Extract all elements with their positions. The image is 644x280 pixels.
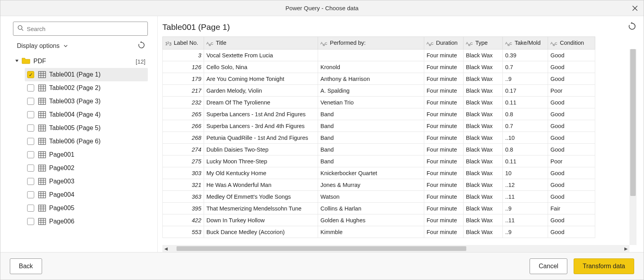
- table-row[interactable]: 553Buck Dance Medley (Accorion)KimmbleFo…: [163, 226, 595, 238]
- cell[interactable]: Good: [548, 191, 595, 203]
- cell[interactable]: Good: [548, 73, 595, 85]
- cell[interactable]: 363: [163, 191, 204, 203]
- cell[interactable]: Dream Of The Tyrolienne: [204, 97, 318, 108]
- column-header[interactable]: ABCTake/Mold: [503, 37, 548, 49]
- cell[interactable]: Cello Solo, Nina: [204, 61, 318, 73]
- display-options[interactable]: Display options: [17, 41, 148, 51]
- horizontal-scrollbar[interactable]: ◀ ▶: [162, 245, 629, 252]
- vertical-scrollbar[interactable]: [629, 49, 637, 245]
- table-row[interactable]: 266Superba Lancers - 3rd And 4th Figures…: [163, 120, 595, 132]
- cell[interactable]: 10: [503, 167, 548, 179]
- cell[interactable]: Black Wax: [464, 73, 503, 85]
- sidebar-item-table001-page-1-[interactable]: Table001 (Page 1): [25, 68, 148, 81]
- cell[interactable]: Kronold: [318, 61, 424, 73]
- checkbox[interactable]: [27, 165, 34, 172]
- sidebar-item-page005[interactable]: Page005: [25, 201, 148, 215]
- cell[interactable]: Black Wax: [464, 49, 503, 61]
- cell[interactable]: 266: [163, 120, 204, 132]
- cell[interactable]: 217: [163, 85, 204, 97]
- cell[interactable]: Four minute: [424, 144, 464, 156]
- sidebar-item-table005-page-5-[interactable]: Table005 (Page 5): [25, 121, 148, 135]
- cell[interactable]: Kimmble: [318, 226, 424, 238]
- cell[interactable]: Petunia QuadRille - 1st And 2nd Figures: [204, 132, 318, 144]
- sidebar-item-table006-page-6-[interactable]: Table006 (Page 6): [25, 135, 148, 148]
- cell[interactable]: Band: [318, 120, 424, 132]
- scroll-right-icon[interactable]: ▶: [622, 245, 629, 252]
- cell[interactable]: Four minute: [424, 85, 464, 97]
- table-row[interactable]: 268Petunia QuadRille - 1st And 2nd Figur…: [163, 132, 595, 144]
- cell[interactable]: Buck Dance Medley (Accorion): [204, 226, 318, 238]
- column-header[interactable]: ABCType: [464, 37, 503, 49]
- sidebar-item-page006[interactable]: Page006: [25, 215, 148, 228]
- cell[interactable]: Superba Lancers - 1st And 2nd Figures: [204, 108, 318, 120]
- cell[interactable]: Four minute: [424, 108, 464, 120]
- cell[interactable]: 422: [163, 214, 204, 226]
- cell[interactable]: He Was A Wonderful Man: [204, 179, 318, 191]
- column-header[interactable]: ABCDuration: [424, 37, 464, 49]
- checkbox[interactable]: [27, 151, 34, 158]
- cell[interactable]: Band: [318, 108, 424, 120]
- table-row[interactable]: 274Dublin Daisies Two-StepBandFour minut…: [163, 144, 595, 156]
- sidebar-item-page003[interactable]: Page003: [25, 175, 148, 188]
- scroll-left-icon[interactable]: ◀: [162, 245, 169, 252]
- cell[interactable]: Good: [548, 214, 595, 226]
- cell[interactable]: Good: [548, 132, 595, 144]
- checkbox[interactable]: [27, 124, 34, 132]
- cell[interactable]: 179: [163, 73, 204, 85]
- cell[interactable]: Good: [548, 167, 595, 179]
- cell[interactable]: Black Wax: [464, 108, 503, 120]
- cell[interactable]: 265: [163, 108, 204, 120]
- cell[interactable]: 0.39: [503, 49, 548, 61]
- cell[interactable]: Four minute: [424, 73, 464, 85]
- cancel-button[interactable]: Cancel: [530, 258, 567, 274]
- cell[interactable]: Good: [548, 49, 595, 61]
- table-row[interactable]: 232Dream Of The TyrolienneVenetian TrioF…: [163, 97, 595, 108]
- cell[interactable]: Good: [548, 61, 595, 73]
- cell[interactable]: Four minute: [424, 61, 464, 73]
- cell[interactable]: [318, 49, 424, 61]
- cell[interactable]: Band: [318, 132, 424, 144]
- cell[interactable]: 0.11: [503, 97, 548, 108]
- cell[interactable]: Poor: [548, 85, 595, 97]
- cell[interactable]: ..11: [503, 191, 548, 203]
- cell[interactable]: 0.8: [503, 108, 548, 120]
- cell[interactable]: Watson: [318, 191, 424, 203]
- cell[interactable]: 268: [163, 132, 204, 144]
- cell[interactable]: A. Spalding: [318, 85, 424, 97]
- cell[interactable]: That Mesmerizing Mendelssohn Tune: [204, 203, 318, 214]
- cell[interactable]: Four minute: [424, 120, 464, 132]
- cell[interactable]: Vocal Sextette From Lucia: [204, 49, 318, 61]
- cell[interactable]: Black Wax: [464, 191, 503, 203]
- cell[interactable]: 0.8: [503, 144, 548, 156]
- cell[interactable]: Good: [548, 120, 595, 132]
- table-row[interactable]: 217Garden Melody, ViolinA. SpaldingFour …: [163, 85, 595, 97]
- cell[interactable]: Lucky Moon Three-Step: [204, 156, 318, 167]
- cell[interactable]: Are You Coming Home Tonight: [204, 73, 318, 85]
- cell[interactable]: Venetian Trio: [318, 97, 424, 108]
- cell[interactable]: 0.11: [503, 156, 548, 167]
- sidebar-item-page002[interactable]: Page002: [25, 161, 148, 175]
- cell[interactable]: 232: [163, 97, 204, 108]
- cell[interactable]: Four minute: [424, 214, 464, 226]
- sidebar-item-page004[interactable]: Page004: [25, 188, 148, 201]
- table-row[interactable]: 321He Was A Wonderful ManJones & MurrayF…: [163, 179, 595, 191]
- cell[interactable]: Black Wax: [464, 226, 503, 238]
- table-row[interactable]: 3Vocal Sextette From LuciaFour minuteBla…: [163, 49, 595, 61]
- cell[interactable]: Collins & Harlan: [318, 203, 424, 214]
- cell[interactable]: Black Wax: [464, 214, 503, 226]
- search-input[interactable]: [26, 25, 144, 33]
- checkbox[interactable]: [27, 84, 34, 92]
- cell[interactable]: Dublin Daisies Two-Step: [204, 144, 318, 156]
- cell[interactable]: Black Wax: [464, 132, 503, 144]
- cell[interactable]: ..10: [503, 132, 548, 144]
- table-row[interactable]: 126Cello Solo, NinaKronoldFour minuteBla…: [163, 61, 595, 73]
- cell[interactable]: Black Wax: [464, 144, 503, 156]
- cell[interactable]: 275: [163, 156, 204, 167]
- cell[interactable]: Four minute: [424, 132, 464, 144]
- cell[interactable]: Good: [548, 226, 595, 238]
- refresh-navigator-icon[interactable]: [138, 41, 145, 51]
- table-row[interactable]: 179Are You Coming Home TonightAnthony & …: [163, 73, 595, 85]
- cell[interactable]: Four minute: [424, 97, 464, 108]
- column-header[interactable]: 123Label No.: [163, 37, 204, 49]
- cell[interactable]: Black Wax: [464, 85, 503, 97]
